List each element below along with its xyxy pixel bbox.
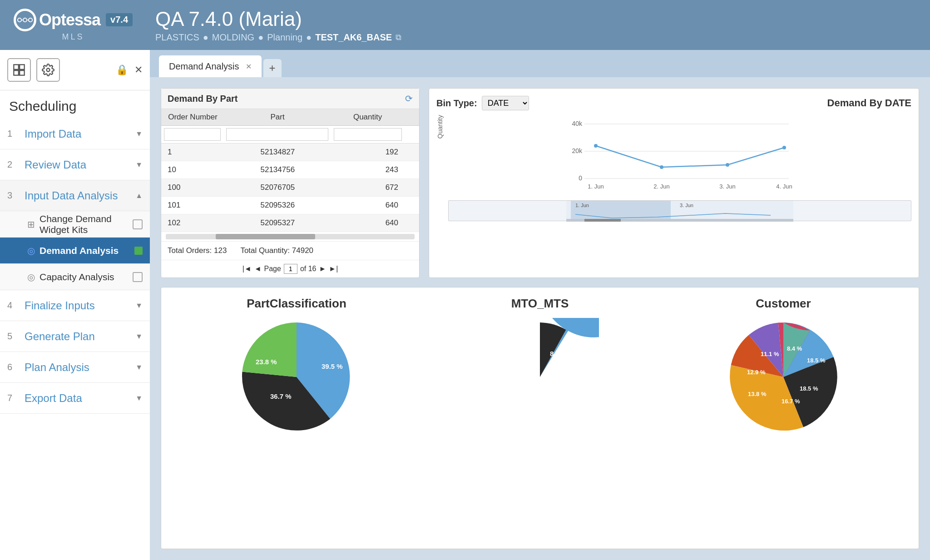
tab-bar: Demand Analysis ✕ + (150, 50, 930, 77)
svg-rect-6 (20, 64, 24, 69)
filter-qty-input[interactable] (334, 128, 402, 141)
header-title: QA 7.4.0 (Maria) PLASTICS ● MOLDING ● Pl… (155, 8, 401, 43)
svg-rect-29 (584, 219, 621, 222)
svg-text:1. Jun: 1. Jun (588, 183, 604, 190)
sidebar: 🔒 ✕ Scheduling 1 Import Data ▼ 2 Review … (0, 50, 150, 560)
demand-by-part-table: Demand By Part ⟳ Order Number Part Quant… (161, 88, 420, 278)
chevron-up-icon: ▲ (135, 192, 143, 200)
sidebar-item-export-data[interactable]: 7 Export Data ▼ (0, 383, 150, 414)
app-title: QA 7.4.0 (Maria) (155, 8, 401, 30)
table-row: 10 52134756 243 (161, 161, 419, 179)
next-page-button[interactable]: ► (319, 265, 326, 273)
prev-page-button[interactable]: ◄ (254, 265, 262, 273)
content-inner: Demand By Part ⟳ Order Number Part Quant… (150, 77, 930, 560)
pagination: |◄ ◄ Page of 16 ► ►| (161, 260, 419, 278)
sidebar-item-finalize-inputs[interactable]: 4 Finalize Inputs ▼ (0, 290, 150, 321)
add-tab-button[interactable]: + (263, 59, 282, 77)
svg-text:18.5 %: 18.5 % (807, 357, 826, 364)
svg-point-9 (47, 69, 50, 72)
sidebar-item-input-data-analysis[interactable]: 3 Input Data Analysis ▲ (0, 180, 150, 211)
checkbox-icon[interactable] (133, 272, 143, 282)
svg-text:23.8 %: 23.8 % (256, 358, 277, 366)
chevron-down-icon: ▼ (135, 161, 143, 169)
bin-type-select[interactable]: DATE WEEK MONTH (482, 96, 529, 110)
logo-text: Optessa (39, 10, 100, 30)
y-axis-label: Quantity (436, 115, 444, 143)
refresh-button[interactable]: ⟳ (405, 93, 413, 104)
svg-rect-8 (20, 70, 24, 75)
content-area: Demand Analysis ✕ + Demand By Part ⟳ Ord… (150, 50, 930, 560)
table-title: Demand By Part (168, 94, 405, 104)
part-classification-chart: PartClassification 39.5 % 36.7 % (175, 297, 418, 436)
settings-button[interactable] (36, 58, 60, 82)
table-row: 100 52076705 672 (161, 179, 419, 197)
top-section: Demand By Part ⟳ Order Number Part Quant… (161, 88, 919, 278)
col-header-qty: Quantity (331, 109, 405, 125)
tab-close-icon[interactable]: ✕ (246, 62, 252, 71)
chevron-down-icon: ▼ (135, 394, 143, 402)
svg-text:39.5 %: 39.5 % (322, 362, 343, 370)
svg-text:91.3 %: 91.3 % (533, 387, 554, 395)
chevron-down-icon: ▼ (135, 332, 143, 341)
svg-text:3. Jun: 3. Jun (680, 203, 693, 208)
svg-text:12.9 %: 12.9 % (747, 369, 766, 376)
svg-point-23 (782, 146, 786, 149)
sidebar-item-review-data[interactable]: 2 Review Data ▼ (0, 149, 150, 180)
svg-text:20k: 20k (572, 147, 583, 154)
svg-point-1 (23, 18, 27, 21)
sidebar-item-generate-plan[interactable]: 5 Generate Plan ▼ (0, 321, 150, 352)
table-row: 101 52095326 640 (161, 197, 419, 214)
svg-text:2. Jun: 2. Jun (653, 183, 669, 190)
last-page-button[interactable]: ►| (329, 265, 338, 273)
svg-text:40k: 40k (572, 120, 583, 127)
table-row: 1 52134827 192 (161, 144, 419, 161)
svg-text:0: 0 (579, 174, 582, 182)
chevron-down-icon: ▼ (135, 302, 143, 310)
svg-text:1. Jun: 1. Jun (575, 203, 589, 208)
table-column-headers: Order Number Part Quantity (161, 109, 419, 126)
svg-text:8.7 %: 8.7 % (550, 350, 567, 357)
lock-icon: 🔒 (116, 64, 128, 76)
svg-text:36.7 %: 36.7 % (270, 392, 292, 400)
sidebar-item-import-data[interactable]: 1 Import Data ▼ (0, 119, 150, 149)
svg-point-20 (594, 144, 598, 148)
svg-text:8.4 %: 8.4 % (787, 345, 802, 352)
col-header-part: Part (224, 109, 331, 125)
svg-point-0 (18, 18, 21, 21)
svg-text:4. Jun: 4. Jun (776, 183, 792, 190)
filter-row (161, 126, 419, 144)
svg-rect-7 (14, 70, 18, 75)
sidebar-item-plan-analysis[interactable]: 6 Plan Analysis ▼ (0, 352, 150, 383)
logo-mls: MLS (62, 32, 84, 42)
svg-point-22 (726, 163, 729, 167)
target-icon: ◎ (27, 245, 35, 256)
close-sidebar-icon[interactable]: ✕ (134, 64, 143, 76)
svg-text:16.7 %: 16.7 % (782, 398, 800, 405)
header: Optessa v7.4 MLS QA 7.4.0 (Maria) PLASTI… (0, 0, 930, 50)
target-icon: ◎ (27, 272, 35, 282)
svg-point-2 (29, 18, 32, 21)
table-icon: ⊞ (27, 219, 35, 230)
logo-icon (14, 9, 36, 31)
mto-mts-chart: MTO_MTS 91.3 % 8.7 % (418, 297, 662, 436)
svg-text:11.1 %: 11.1 % (761, 351, 779, 357)
sidebar-subitem-change-demand[interactable]: ⊞ Change Demand Widget Kits (0, 211, 150, 238)
sidebar-subitem-capacity-analysis[interactable]: ◎ Capacity Analysis (0, 264, 150, 290)
customer-chart: Customer (662, 297, 905, 436)
line-chart-svg: 40k 20k 0 1. Jun 2. Jun 3. Jun 4. Jun (448, 115, 911, 197)
tab-demand-analysis[interactable]: Demand Analysis ✕ (159, 55, 262, 77)
logo-area: Optessa v7.4 MLS (14, 9, 133, 42)
sidebar-subitem-demand-analysis[interactable]: ◎ Demand Analysis (0, 238, 150, 264)
checkbox-icon[interactable] (133, 219, 143, 229)
grid-view-button[interactable] (7, 58, 31, 82)
filter-part-input[interactable] (226, 128, 328, 141)
filter-order-input[interactable] (164, 128, 221, 141)
svg-text:3. Jun: 3. Jun (719, 183, 735, 190)
sidebar-title: Scheduling (0, 90, 150, 119)
table-footer: Total Orders: 123 Total Quantity: 74920 (161, 241, 419, 260)
svg-text:18.5 %: 18.5 % (800, 385, 818, 392)
first-page-button[interactable]: |◄ (242, 265, 252, 273)
version-badge: v7.4 (106, 13, 133, 26)
page-number-input[interactable] (284, 264, 297, 274)
pie-charts-section: PartClassification 39.5 % 36.7 % (161, 287, 919, 549)
